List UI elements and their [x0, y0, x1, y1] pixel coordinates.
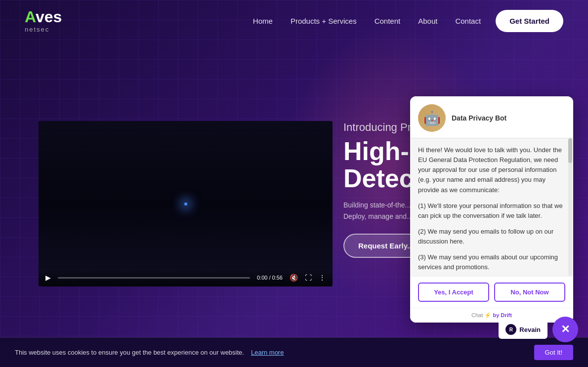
chat-message-point1: (1) We'll store your personal informatio… [418, 201, 565, 221]
chat-popup: 🤖 Data Privacy Bot Hi there! We would lo… [410, 96, 573, 323]
nav-contact[interactable]: Contact [455, 17, 481, 25]
chat-scrollbar-thumb[interactable] [568, 138, 572, 163]
revain-label: Revain [519, 326, 541, 333]
video-controls-bar: ▶ 0:00 / 0:56 🔇 ⛶ ⋮ [39, 270, 333, 286]
nav-home[interactable]: Home [253, 17, 273, 25]
chat-scrollbar-track [568, 138, 572, 276]
navigation: Aves netsec Home Products + Services Con… [0, 0, 588, 42]
get-started-button[interactable]: Get Started [496, 10, 563, 32]
close-chat-button[interactable]: ✕ [552, 317, 578, 342]
chat-body[interactable]: Hi there! We would love to talk with you… [410, 138, 573, 276]
cookie-learn-more-link[interactable]: Learn more [251, 349, 284, 356]
video-mute-button[interactable]: 🔇 [290, 274, 298, 282]
nav-about[interactable]: About [418, 17, 437, 25]
video-player[interactable]: ▶ 0:00 / 0:56 🔇 ⛶ ⋮ [39, 121, 333, 286]
revain-icon: R [505, 324, 516, 335]
cookie-message: This website uses cookies to ensure you … [15, 349, 244, 356]
logo-subtitle: netsec [25, 26, 62, 33]
nav-products[interactable]: Products + Services [291, 17, 357, 25]
chat-header: 🤖 Data Privacy Bot [410, 96, 573, 138]
bottom-right-controls: R Revain ✕ [499, 317, 578, 342]
video-frame [39, 121, 333, 286]
video-fullscreen-button[interactable]: ⛶ [305, 274, 312, 282]
video-progress-bar[interactable] [58, 277, 250, 279]
chat-accept-button[interactable]: Yes, I Accept [418, 283, 489, 302]
chat-message-point3: (3) We may send you emails about our upc… [418, 252, 565, 272]
chat-decline-button[interactable]: No, Not Now [494, 283, 565, 302]
chat-bot-name: Data Privacy Bot [452, 114, 506, 122]
video-glow-effect [184, 203, 187, 205]
revain-badge[interactable]: R Revain [499, 320, 547, 339]
logo[interactable]: Aves netsec [25, 9, 62, 33]
video-play-button[interactable]: ▶ [45, 274, 51, 282]
nav-content[interactable]: Content [375, 17, 401, 25]
video-time: 0:00 / 0:56 [257, 275, 283, 281]
chat-message-intro: Hi there! We would love to talk with you… [418, 145, 565, 195]
video-more-button[interactable]: ⋮ [319, 274, 326, 282]
chat-message-point2: (2) We may send you emails to follow up … [418, 227, 565, 246]
cookie-got-it-button[interactable]: Got It! [534, 345, 573, 360]
chat-footer-buttons: Yes, I Accept No, Not Now [410, 276, 573, 308]
logo-name: Aves [25, 9, 62, 25]
chat-bot-avatar: 🤖 [418, 104, 446, 132]
nav-links: Home Products + Services Content About C… [253, 17, 481, 25]
